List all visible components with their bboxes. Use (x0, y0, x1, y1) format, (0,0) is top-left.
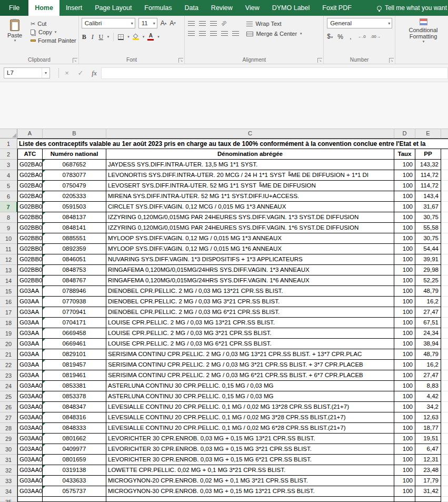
cell-F4-partial[interactable] (441, 170, 448, 181)
paste-button[interactable]: Paste ▾ (2, 17, 27, 56)
column-header-D[interactable]: D (394, 129, 415, 139)
cell-A32[interactable]: G03AA07 (17, 465, 43, 476)
cell-A4[interactable]: G02BA03 (17, 170, 43, 181)
column-header-B[interactable]: B (43, 129, 106, 139)
font-name-select[interactable]: Calibri ▾ (82, 18, 135, 28)
tell-me-box[interactable]: Tell me what you want (377, 0, 448, 16)
cell-D8[interactable]: 100 (394, 212, 415, 223)
cell-A9[interactable]: G02BB01 (17, 223, 43, 233)
cell-E5[interactable]: 114,72 (415, 181, 441, 191)
cell-F29-partial[interactable] (441, 434, 448, 444)
cell-D16[interactable]: 100 (394, 297, 415, 307)
column-header-F-partial[interactable] (441, 129, 448, 139)
name-box[interactable]: L7 ▾ (4, 67, 50, 78)
cell-F30-partial[interactable] (441, 444, 448, 455)
align-middle-icon[interactable] (199, 21, 206, 26)
cell-E7[interactable]: 31,67 (415, 202, 441, 212)
cell-B16[interactable]: 0770938 (43, 297, 106, 307)
cell-F27-partial[interactable] (441, 412, 448, 423)
decrease-decimal-button[interactable]: .00→ (371, 33, 381, 41)
cell-A14[interactable]: G02BB01 (17, 275, 43, 286)
font-size-dropdown-arrow-icon[interactable]: ▾ (153, 21, 155, 26)
font-color-dropdown-arrow-icon[interactable]: ▾ (157, 35, 160, 39)
cell-B29[interactable]: 0801662 (43, 434, 106, 444)
cell-F32-partial[interactable] (441, 465, 448, 476)
ribbon-tab-view[interactable]: View (239, 0, 266, 16)
cell-C16[interactable]: DIENOBEL CPR.PELLIC. 2 MG / 0,03 MG 3*21… (106, 297, 394, 307)
increase-decimal-button[interactable]: ←.0 (358, 33, 366, 41)
cell-E13[interactable]: 29,98 (415, 265, 441, 275)
row-header-7[interactable]: 7 (0, 202, 17, 212)
row-header-29[interactable]: 29 (0, 434, 17, 444)
cell-F31-partial[interactable] (441, 455, 448, 465)
cell-D3[interactable]: 100 (394, 160, 415, 170)
cell-A35-partial[interactable] (17, 497, 43, 502)
cell-F34-partial[interactable] (441, 486, 448, 497)
cell-E30[interactable]: 6,47 (415, 444, 441, 455)
align-bottom-icon[interactable] (210, 21, 217, 26)
cell-E32[interactable]: 23,48 (415, 465, 441, 476)
cell-C13[interactable]: RINGAFEMA 0,120MG/0,015MG/24HRS SYS.DIFF… (106, 265, 394, 275)
row-header-16[interactable]: 16 (0, 297, 17, 307)
orientation-icon[interactable]: ab (220, 19, 227, 27)
cell-A3[interactable]: G02BA03 (17, 160, 43, 170)
cell-C10[interactable]: MYLOOP SYS.DIFF.VAGIN. 0,12 MG / 0,015 M… (106, 233, 394, 244)
cell-D31[interactable]: 100 (394, 455, 415, 465)
cell-B4[interactable]: 0783077 (43, 170, 106, 181)
cell-B24[interactable]: 0853381 (43, 381, 106, 391)
number-format-dropdown-arrow-icon[interactable]: ▾ (388, 21, 390, 26)
italic-button[interactable]: I (90, 33, 95, 41)
row-header-3[interactable]: 3 (0, 160, 17, 170)
cell-B13[interactable]: 0848753 (43, 265, 106, 275)
cell-E17[interactable]: 27,47 (415, 307, 441, 318)
cell-C4[interactable]: LEVONORTIS SYS.DIFF.INTRA-UTER. 20 MCG /… (106, 170, 394, 181)
cell-D24[interactable]: 100 (394, 381, 415, 391)
cell-B12[interactable]: 0846051 (43, 254, 106, 265)
cell-C23[interactable]: SERISIMA CONTINU CPR.PELLIC. 2 MG / 0,03… (106, 370, 394, 381)
row-header-34[interactable]: 34 (0, 486, 17, 497)
ribbon-tab-review[interactable]: Review (205, 0, 239, 16)
cell-D11[interactable]: 100 (394, 244, 415, 254)
cell-B10[interactable]: 0885551 (43, 233, 106, 244)
cell-D13[interactable]: 100 (394, 265, 415, 275)
increase-font-size-button[interactable]: A▴ (161, 19, 167, 27)
percent-style-button[interactable]: % (337, 33, 343, 41)
row-header-2[interactable]: 2 (0, 149, 17, 160)
cell-A2[interactable]: ATC (17, 149, 43, 160)
cell-B18[interactable]: 0704171 (43, 318, 106, 328)
cell-F10-partial[interactable] (441, 233, 448, 244)
cell-B28[interactable]: 0848333 (43, 423, 106, 434)
cell-F23-partial[interactable] (441, 370, 448, 381)
number-format-select[interactable]: General ▾ (327, 18, 392, 28)
cell-C18[interactable]: LOUISE CPR.PELLIC. 2 MG / 0,03 MG 13*21 … (106, 318, 394, 328)
cell-A31[interactable]: G03AA07 (17, 455, 43, 465)
cell-E8[interactable]: 30,75 (415, 212, 441, 223)
cell-C20[interactable]: LOUISE CPR.PELLIC. 2 MG / 0,03 MG 6*21 C… (106, 339, 394, 349)
cell-A23[interactable]: G03AA (17, 370, 43, 381)
cell-A15[interactable]: G03AA (17, 286, 43, 297)
cell-B11[interactable]: 0892359 (43, 244, 106, 254)
cell-A30[interactable]: G03AA07 (17, 444, 43, 455)
cell-A22[interactable]: G03AA (17, 360, 43, 370)
cell-A19[interactable]: G03AA (17, 328, 43, 339)
cell-E24[interactable]: 8,83 (415, 381, 441, 391)
cell-E33[interactable]: 17,79 (415, 476, 441, 486)
cell-D23[interactable]: 100 (394, 370, 415, 381)
row-header-35[interactable]: 35 (0, 497, 17, 502)
insert-function-button[interactable]: fx (87, 69, 101, 77)
cell-E14[interactable]: 52,25 (415, 275, 441, 286)
accounting-format-button[interactable]: $▾ (327, 33, 333, 41)
row-header-13[interactable]: 13 (0, 265, 17, 275)
row-header-18[interactable]: 18 (0, 318, 17, 328)
cell-D28[interactable]: 100 (394, 423, 415, 434)
row-header-10[interactable]: 10 (0, 233, 17, 244)
cell-B27[interactable]: 0848316 (43, 412, 106, 423)
row-header-9[interactable]: 9 (0, 223, 17, 233)
cell-D10[interactable]: 100 (394, 233, 415, 244)
borders-button[interactable] (118, 34, 124, 40)
select-all-button[interactable] (0, 129, 17, 139)
cell-C30[interactable]: LEVORICHTER 30 CPR.ENROB. 0,03 MG + 0,15… (106, 444, 394, 455)
borders-dropdown-arrow-icon[interactable]: ▾ (127, 35, 130, 39)
cell-F6-partial[interactable] (441, 191, 448, 202)
cell-C6[interactable]: MIRENA SYS.DIFF.INTRA-UTER. 52 MG 1*1 SY… (106, 191, 394, 202)
